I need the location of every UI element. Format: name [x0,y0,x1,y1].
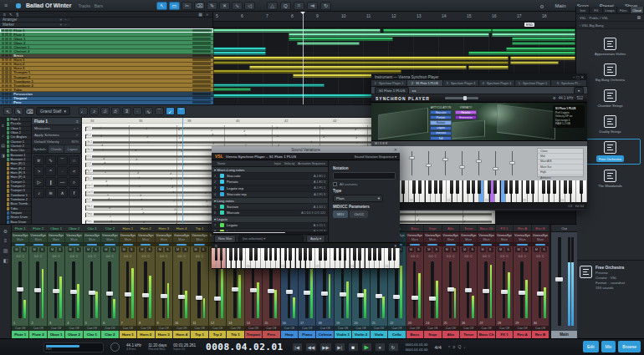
instrument-tab[interactable]: 2 · S1 Flute 1 PLUS [407,80,443,86]
fader-cap[interactable] [304,291,310,295]
fader-cap[interactable] [161,294,167,298]
play-button[interactable]: ▶ [361,342,372,352]
piano-key-black[interactable] [358,248,361,261]
browser-tab[interactable]: Files [617,7,631,13]
piano-key-black[interactable] [289,248,292,261]
sound-variation-row[interactable]: 6 Marcato A-1 D1 1 C#1 121 [212,210,328,216]
note-value-button[interactable]: ♬ [111,107,120,115]
browser-tab[interactable]: Inst [576,7,590,13]
midi-clip[interactable] [510,56,575,60]
insert-slot[interactable]: ViennaSynMain [442,232,459,243]
mute-button[interactable]: M [32,247,38,252]
rail-icon[interactable]: ≡ [2,123,4,128]
articulation-symbol[interactable]: ∿ [45,155,56,165]
channel-fader[interactable] [173,259,190,321]
articulation-button[interactable]: Portato [430,115,452,119]
insert-slot[interactable]: ViennaSynMain [424,232,441,243]
channel-name[interactable]: Timpani [245,331,262,338]
channel-fader[interactable] [137,259,154,321]
fader-cap[interactable] [411,296,418,300]
add-track-button[interactable]: ＋ [205,12,209,17]
track-buttons[interactable] [2,101,12,104]
solo-button[interactable]: S [146,247,152,252]
fader-cap[interactable] [321,292,328,296]
mute-button[interactable]: M [408,247,414,252]
browser-tab[interactable]: FX [590,7,603,13]
browser-item[interactable]: Chamber Strings [580,87,641,110]
fader-cap[interactable] [465,288,472,292]
track-buttons[interactable] [2,75,12,78]
channel-fader[interactable] [532,259,549,321]
track-buttons[interactable] [2,50,12,53]
solo-button[interactable]: S [416,247,422,252]
loop-button[interactable]: ↻ [388,342,399,352]
fader-cap[interactable] [447,287,454,292]
piano-key-black[interactable] [309,248,312,261]
track-buttons[interactable] [2,93,12,95]
routing-box[interactable]: ▾ [574,87,584,94]
channel-fader[interactable] [156,259,172,321]
channel-name[interactable]: Violin 1 [335,331,351,338]
channel-name[interactable]: Rev A [514,331,530,338]
channel-tab[interactable]: Tenor [460,225,477,232]
channel-tab[interactable]: Alto [442,225,459,232]
solo-button[interactable]: S [201,247,207,252]
piano-key-black[interactable] [229,248,233,261]
go-end-button[interactable]: ▶| [335,342,345,352]
fader-cap[interactable] [125,292,131,297]
inspector-row[interactable]: Apply Schemes✓ [32,132,81,139]
piano-key-black[interactable] [412,180,416,194]
mute-button[interactable]: M [444,247,450,252]
timeline-ruler[interactable]: 56789101112131415161718 [213,12,577,22]
pan-control[interactable] [191,243,207,246]
console-rail-icon[interactable]: ⚙ [3,228,8,234]
piano-key-black[interactable] [488,180,491,194]
instrument-tab[interactable]: 5 · Synchron Player 5 [515,80,551,86]
pan-control[interactable] [137,243,154,246]
channel-name[interactable]: Perc [263,331,279,338]
piano-key-black[interactable] [467,180,470,194]
channel-fader[interactable] [424,259,441,321]
piano-key-black[interactable] [234,248,238,261]
note-value-button[interactable]: ♩ [79,107,88,115]
console-rail-icon[interactable]: ◧ [3,257,8,263]
track-buttons[interactable] [2,28,12,31]
piano-key-black[interactable] [274,248,278,261]
rewind-button[interactable]: ◀◀ [305,342,317,352]
inspector-menu-icon[interactable]: ≡ [76,119,79,124]
menu-icon[interactable]: ≡ [4,3,13,9]
channel-fader[interactable] [84,259,100,321]
channel-name[interactable]: Harp [281,331,298,338]
insert-slot[interactable]: ViennaSynMain [12,232,28,243]
sound-variation-row[interactable]: 3 Legato rep A-1 F1 1 [212,185,328,191]
fader-cap[interactable] [393,295,400,299]
instrument-tab[interactable]: 3 · Synchron Player 3 [443,80,479,86]
piano-key-black[interactable] [542,180,545,194]
mic-fader[interactable] [478,151,479,175]
mute-button[interactable]: M [13,247,19,252]
articulation-symbol[interactable]: ▷ [33,177,44,187]
channel-fader[interactable] [48,259,64,321]
inspector-row[interactable]: Measures+ − [32,125,81,132]
midi-clip[interactable] [512,42,575,46]
channel-name[interactable]: Horn 4 [173,331,190,338]
insert-slot[interactable]: ViennaSynMain [101,232,118,243]
midi-clip[interactable] [213,51,266,55]
channel-strip[interactable]: Oboe 1 ViennaSynMain M S 0.0C 3 Cue Off [48,225,65,338]
pan-control[interactable] [496,243,513,246]
notation-input[interactable] [333,172,396,180]
piano-key-black[interactable] [428,180,432,194]
channel-name[interactable]: Horn 3 [156,331,172,338]
track-buttons[interactable] [2,89,12,91]
end-marker[interactable]: END [524,23,534,27]
note-value-button[interactable]: 3 [122,107,131,115]
piano-key-black[interactable] [299,248,302,261]
mute-button[interactable]: M [121,247,127,252]
track-buttons[interactable] [2,46,12,48]
channel-tab[interactable]: Horn 1 [120,225,136,232]
mic-fader[interactable] [462,151,463,175]
performance-meter[interactable]: Perf [43,342,104,352]
channel-name[interactable]: Tenor [460,331,477,338]
piano-key-black[interactable] [478,180,481,194]
channel-fader[interactable] [514,259,530,321]
